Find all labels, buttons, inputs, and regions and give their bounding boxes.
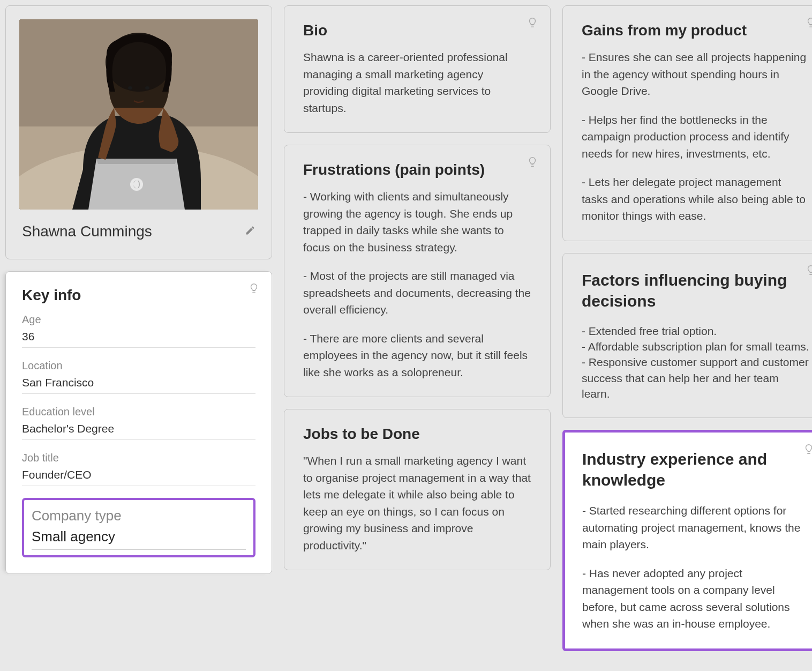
info-value[interactable]: Small agency [32,528,246,550]
list-item: - Working with clients and simultaneousl… [303,188,531,256]
list-item: - Extended free trial option. [582,323,810,339]
info-field-education: Education level Bachelor's Degree [22,406,255,440]
frustrations-title: Frustrations (pain points) [303,161,531,178]
list-item: - Helps her find the bottlenecks in the … [582,111,810,162]
column-right: Gains from my product - Ensures she can … [562,5,812,651]
lightbulb-icon[interactable] [527,156,538,168]
list-item: - Affordable subscription plan for small… [582,339,810,354]
svg-point-6 [145,86,149,90]
info-field-company-type: Company type Small agency [22,498,255,557]
bio-title: Bio [303,22,531,39]
info-value[interactable]: Bachelor's Degree [22,422,255,440]
profile-name: Shawna Cummings [22,223,152,240]
gains-card: Gains from my product - Ensures she can … [562,5,812,241]
list-item: - There are more clients and several emp… [303,330,531,381]
list-item: - Responsive customer support and custom… [582,354,810,401]
column-middle: Bio Shawna is a career-oriented professi… [284,5,551,570]
jobs-body: "When I run a small marketing agency I w… [303,452,531,554]
info-label: Education level [22,406,255,418]
info-field-job-title: Job title Founder/CEO [22,452,255,486]
factors-card: Factors influencing buying decisions - E… [562,253,812,419]
list-item: - Most of the projects are still managed… [303,267,531,318]
list-item: - Ensures she can see all projects happe… [582,49,810,100]
info-field-age: Age 36 [22,314,255,348]
info-value[interactable]: Founder/CEO [22,468,255,486]
jobs-card: Jobs to be Done "When I run a small mark… [284,409,551,570]
jobs-title: Jobs to be Done [303,426,531,443]
list-item: - Started researching different options … [582,502,809,553]
info-label: Job title [22,452,255,464]
info-field-location: Location San Francisco [22,360,255,394]
list-item: - Lets her delegate project management t… [582,174,810,225]
frustrations-card: Frustrations (pain points) - Working wit… [284,145,551,397]
bio-card: Bio Shawna is a career-oriented professi… [284,5,551,133]
lightbulb-icon[interactable] [805,264,812,276]
factors-body: - Extended free trial option. - Affordab… [582,323,810,402]
profile-card: Shawna Cummings [5,5,272,259]
info-label: Location [22,360,255,372]
key-info-title: Key info [22,287,255,304]
info-label: Age [22,314,255,326]
edit-icon[interactable] [245,225,255,238]
lightbulb-icon[interactable] [803,443,812,455]
bio-text: Shawna is a career-oriented professional… [303,49,531,116]
key-info-card: Key info Age 36 Location San Francisco E… [5,271,272,574]
persona-board: Shawna Cummings Key info Age 36 Lo [5,5,807,651]
bio-body: Shawna is a career-oriented professional… [303,49,531,116]
frustrations-body: - Working with clients and simultaneousl… [303,188,531,381]
factors-title: Factors influencing buying decisions [582,270,810,311]
info-label: Company type [32,508,246,524]
info-value[interactable]: San Francisco [22,376,255,394]
gains-title: Gains from my product [582,22,810,39]
lightbulb-icon[interactable] [527,17,538,28]
lightbulb-icon[interactable] [248,282,260,294]
list-item: - Has never adopted any project manageme… [582,565,809,632]
industry-card: Industry experience and knowledge - Star… [562,430,812,651]
industry-title: Industry experience and knowledge [582,449,809,490]
lightbulb-icon[interactable] [805,17,812,28]
svg-point-5 [128,86,132,90]
gains-body: - Ensures she can see all projects happe… [582,49,810,225]
profile-name-row: Shawna Cummings [19,220,258,245]
column-left: Shawna Cummings Key info Age 36 Lo [5,5,272,574]
industry-body: - Started researching different options … [582,502,809,632]
jobs-text: "When I run a small marketing agency I w… [303,452,531,554]
profile-photo [19,19,258,210]
info-value[interactable]: 36 [22,330,255,348]
svg-point-7 [130,178,143,191]
